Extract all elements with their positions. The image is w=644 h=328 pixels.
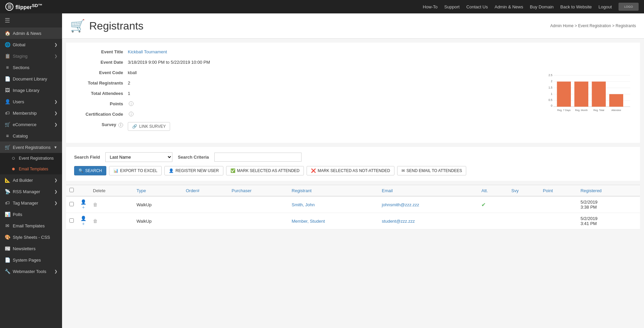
- ad-builder-icon: 📐: [5, 177, 10, 183]
- col-point[interactable]: Point: [540, 185, 577, 197]
- add-user-icon[interactable]: 👤+: [80, 199, 86, 210]
- row1-checkbox[interactable]: [69, 202, 74, 206]
- nav-buy-domain[interactable]: Buy Domain: [530, 4, 554, 9]
- register-new-user-button[interactable]: 👤 REGISTER NEW USER: [164, 166, 223, 175]
- cert-info-icon[interactable]: i: [129, 112, 133, 116]
- col-registered[interactable]: Registered: [577, 185, 640, 197]
- row2-checkbox[interactable]: [69, 218, 74, 223]
- sidebar-item-image-library[interactable]: 🖼 Image Library: [0, 85, 62, 96]
- delete-icon[interactable]: 🗑: [93, 202, 98, 207]
- row1-email-link[interactable]: johnsmith@zzz.zzz: [382, 202, 419, 207]
- event-title-value[interactable]: Kickball Tournament: [128, 49, 167, 54]
- sidebar-item-system-pages[interactable]: 📄 System Pages: [0, 254, 62, 266]
- sidebar-item-polls[interactable]: 📊 Polls: [0, 209, 62, 220]
- sidebar-item-label: Webmaster Tools: [13, 269, 46, 274]
- sidebar-item-rss-manager[interactable]: 📡 RSS Manager ❯: [0, 186, 62, 197]
- sidebar-item-newsletters[interactable]: 📰 Newsletters: [0, 243, 62, 254]
- add-user-icon[interactable]: 👤+: [80, 216, 86, 226]
- col-purchaser[interactable]: Purchaser: [228, 185, 288, 197]
- sidebar-item-global[interactable]: 🌐 Global ❯: [0, 39, 62, 50]
- link-survey-button[interactable]: 🔗 LINK SURVEY: [128, 122, 170, 131]
- col-delete: Delete: [90, 185, 133, 197]
- search-criteria-input[interactable]: [214, 153, 302, 162]
- nav-contact-us[interactable]: Contact Us: [466, 4, 488, 9]
- sidebar-item-membership[interactable]: 🏷 Membership ❯: [0, 107, 62, 119]
- sidebar-sub-email-templates[interactable]: Email Templates: [0, 164, 62, 174]
- registrants-table-section: Delete Type Order# Purchaser Registrant …: [66, 185, 640, 229]
- mark-attended-button[interactable]: ✅ MARK SELECTED AS ATTENDED: [226, 166, 304, 175]
- points-info-icon[interactable]: i: [129, 101, 133, 106]
- col-order[interactable]: Order#: [182, 185, 228, 197]
- search-row: Search Field Last NameFirst NameEmailOrd…: [74, 152, 632, 162]
- dot-icon: [12, 168, 15, 170]
- sidebar-item-admin-news[interactable]: 🏠 Admin & News: [0, 28, 62, 39]
- event-chart-area: 2.5 2 1.5 1 0.5 0: [545, 49, 632, 136]
- event-code-value: kball: [128, 70, 137, 75]
- row2-email-link[interactable]: student@zzz.zzz: [382, 219, 415, 224]
- search-button[interactable]: 🔍 SEARCH: [74, 166, 106, 175]
- row1-delete-cell: 🗑: [90, 196, 133, 213]
- nav-support[interactable]: Support: [444, 4, 460, 9]
- sidebar-item-email-templates[interactable]: ✉ Email Templates: [0, 220, 62, 231]
- col-svy[interactable]: Svy: [508, 185, 539, 197]
- chevron-right-icon: ❯: [54, 54, 57, 58]
- col-att[interactable]: Att.: [478, 185, 508, 197]
- row2-type: WalkUp: [133, 213, 182, 229]
- select-all-checkbox[interactable]: [69, 188, 74, 192]
- table-row: 👤+ 🗑 WalkUp Smith, John johnsmith@zzz.zz…: [66, 196, 640, 213]
- total-registrants-value: 2: [128, 80, 130, 86]
- excel-icon: 📊: [113, 168, 118, 173]
- sidebar-item-catalog[interactable]: ≡ Catalog: [0, 130, 62, 142]
- link-icon: 🔗: [132, 124, 137, 129]
- survey-info-icon[interactable]: i: [118, 123, 123, 127]
- sections-icon: ≡: [5, 65, 10, 70]
- row1-att: ✔: [478, 196, 508, 213]
- delete-icon[interactable]: 🗑: [93, 218, 98, 224]
- sidebar-item-tag-manager[interactable]: 🏷 Tag Manager ❯: [0, 197, 62, 209]
- event-code-row: Event Code kball: [74, 70, 535, 75]
- newsletter-icon: 📰: [5, 246, 10, 251]
- svg-text:Reg. Month: Reg. Month: [575, 109, 588, 112]
- mark-not-attended-button[interactable]: ❌ MARK SELECTED AS NOT-ATTENDED: [307, 166, 394, 175]
- sidebar-item-sections[interactable]: ≡ Sections: [0, 62, 62, 73]
- row2-order: [182, 213, 228, 229]
- row1-type: WalkUp: [133, 196, 182, 213]
- sidebar-item-style-sheets[interactable]: 🎨 Style Sheets - CSS: [0, 231, 62, 243]
- sidebar-item-label: Staging: [13, 54, 28, 59]
- sidebar-item-label: Email Templates: [13, 223, 45, 228]
- bar-regtotal: [592, 81, 606, 107]
- sidebar-item-label: Tag Manager: [13, 201, 38, 206]
- event-title-label: Event Title: [74, 49, 128, 54]
- sidebar-item-staging[interactable]: 📋 Staging ❯: [0, 50, 62, 62]
- sidebar-item-document-library[interactable]: 📄 Document Library: [0, 73, 62, 85]
- col-email[interactable]: Email: [378, 185, 478, 197]
- search-field-select[interactable]: Last NameFirst NameEmailOrder#: [105, 152, 172, 162]
- svg-text:Reg. Total: Reg. Total: [593, 109, 604, 112]
- top-navigation: ☰ flipperSD™ How-To Support Contact Us A…: [0, 0, 644, 13]
- row2-checkbox-cell: [66, 213, 77, 229]
- nav-admin-news[interactable]: Admin & News: [494, 4, 523, 9]
- sidebar-item-ecommerce[interactable]: 🛒 eCommerce ❯: [0, 119, 62, 130]
- col-registrant[interactable]: Registrant: [288, 185, 379, 197]
- event-code-label: Event Code: [74, 70, 128, 75]
- sidebar-item-event-registrations[interactable]: 🛒 Event Registrations ▼: [0, 142, 62, 153]
- nav-back-to-website[interactable]: Back to Website: [560, 4, 592, 9]
- svg-text:Reg. 7 Days: Reg. 7 Days: [557, 109, 571, 112]
- sidebar-item-webmaster-tools[interactable]: 🔧 Webmaster Tools ❯: [0, 266, 62, 277]
- sidebar-item-label: Polls: [13, 212, 22, 217]
- row1-svy: [508, 196, 539, 213]
- row2-registrant-link[interactable]: Member, Student: [292, 219, 325, 224]
- row1-point: [540, 196, 577, 213]
- sidebar-item-ad-builder[interactable]: 📐 Ad Builder ❯: [0, 174, 62, 186]
- export-to-excel-button[interactable]: 📊 EXPORT TO EXCEL: [109, 166, 162, 175]
- global-icon: 🌐: [5, 42, 10, 47]
- sidebar-sub-event-registrations[interactable]: Event Registrations: [0, 153, 62, 164]
- sidebar-hamburger[interactable]: ☰: [0, 13, 62, 28]
- send-email-button[interactable]: ✉ SEND EMAIL TO ATTENDEES: [397, 166, 467, 175]
- nav-how-to[interactable]: How-To: [423, 4, 438, 9]
- row1-registrant-link[interactable]: Smith, John: [292, 202, 315, 207]
- col-type[interactable]: Type: [133, 185, 182, 197]
- nav-logout[interactable]: Logout: [598, 4, 612, 9]
- sidebar-item-users[interactable]: 👤 Users ❯: [0, 96, 62, 107]
- logo-circle: ☰: [5, 3, 13, 11]
